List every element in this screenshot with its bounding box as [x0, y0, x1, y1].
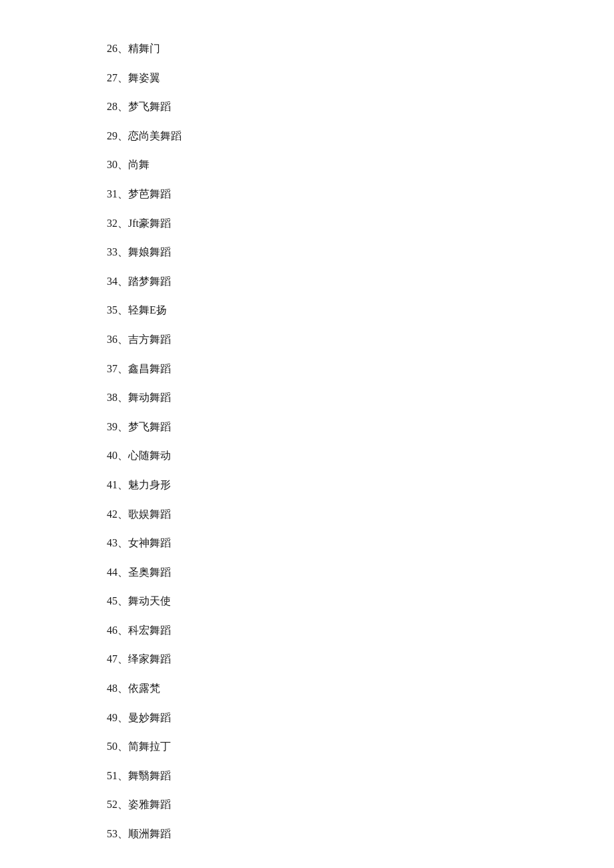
- item-name: 恋尚美舞蹈: [128, 130, 182, 141]
- item-number: 47、: [107, 653, 128, 665]
- list-container: 26、精舞门27、舞姿翼28、梦飞舞蹈29、恋尚美舞蹈30、尚舞31、梦芭舞蹈3…: [0, 0, 614, 868]
- item-number: 48、: [107, 683, 128, 694]
- item-number: 30、: [107, 159, 128, 170]
- list-item: 47、绎家舞蹈: [107, 650, 614, 668]
- item-name: 踏梦舞蹈: [128, 276, 171, 287]
- list-item: 50、简舞拉丁: [107, 738, 614, 755]
- list-item: 34、踏梦舞蹈: [107, 273, 614, 290]
- item-number: 29、: [107, 130, 128, 141]
- item-name: 绎家舞蹈: [128, 653, 171, 665]
- list-item: 45、舞动天使: [107, 592, 614, 610]
- item-number: 41、: [107, 479, 128, 490]
- list-item: 36、吉方舞蹈: [107, 331, 614, 348]
- list-item: 49、曼妙舞蹈: [107, 709, 614, 727]
- list-item: 53、顺洲舞蹈: [107, 825, 614, 843]
- item-number: 51、: [107, 770, 128, 781]
- list-item: 32、Jft豪舞蹈: [107, 215, 614, 232]
- item-name: 顺洲舞蹈: [128, 828, 171, 839]
- item-number: 33、: [107, 246, 128, 258]
- item-number: 28、: [107, 101, 128, 112]
- item-number: 44、: [107, 566, 128, 578]
- item-name: 鑫昌舞蹈: [128, 363, 171, 374]
- item-name: 歌娱舞蹈: [128, 508, 171, 520]
- item-number: 53、: [107, 828, 128, 839]
- item-name: 依露梵: [128, 683, 160, 694]
- item-name: 梦芭舞蹈: [128, 188, 171, 199]
- list-item: 27、舞姿翼: [107, 69, 614, 87]
- item-name: 精舞门: [128, 43, 160, 54]
- item-number: 52、: [107, 799, 128, 810]
- list-item: 29、恋尚美舞蹈: [107, 127, 614, 145]
- item-name: 轻舞E扬: [128, 304, 167, 316]
- item-number: 35、: [107, 304, 128, 316]
- item-number: 32、: [107, 218, 128, 229]
- item-number: 37、: [107, 363, 128, 374]
- list-item: 30、尚舞: [107, 156, 614, 173]
- item-number: 27、: [107, 72, 128, 83]
- item-name: 梦飞舞蹈: [128, 421, 171, 432]
- list-item: 51、舞翳舞蹈: [107, 767, 614, 785]
- list-item: 41、魅力身形: [107, 476, 614, 494]
- item-number: 49、: [107, 712, 128, 723]
- item-number: 45、: [107, 595, 128, 606]
- item-name: 魅力身形: [128, 479, 171, 490]
- item-number: 26、: [107, 43, 128, 54]
- item-name: 曼妙舞蹈: [128, 712, 171, 723]
- item-name: 科宏舞蹈: [128, 624, 171, 636]
- item-number: 42、: [107, 508, 128, 520]
- item-name: 舞娘舞蹈: [128, 246, 171, 258]
- item-number: 31、: [107, 188, 128, 199]
- list-item: 33、舞娘舞蹈: [107, 244, 614, 261]
- item-name: 吉方舞蹈: [128, 334, 171, 345]
- list-item: 35、轻舞E扬: [107, 302, 614, 319]
- list-item: 48、依露梵: [107, 680, 614, 697]
- item-name: 舞动舞蹈: [128, 392, 171, 403]
- item-name: 尚舞: [128, 159, 149, 170]
- list-item: 39、梦飞舞蹈: [107, 418, 614, 436]
- list-item: 43、女神舞蹈: [107, 534, 614, 552]
- item-number: 39、: [107, 421, 128, 432]
- item-name: 姿雅舞蹈: [128, 799, 171, 810]
- item-name: 心随舞动: [128, 450, 171, 461]
- item-name: 舞姿翼: [128, 72, 160, 83]
- item-name: 舞翳舞蹈: [128, 770, 171, 781]
- list-item: 28、梦飞舞蹈: [107, 98, 614, 115]
- list-item: 44、圣奥舞蹈: [107, 564, 614, 581]
- list-item: 26、精舞门: [107, 40, 614, 57]
- item-name: Jft豪舞蹈: [128, 218, 171, 229]
- item-number: 43、: [107, 537, 128, 548]
- list-item: 31、梦芭舞蹈: [107, 185, 614, 203]
- item-number: 50、: [107, 741, 128, 752]
- list-item: 46、科宏舞蹈: [107, 622, 614, 639]
- item-number: 38、: [107, 392, 128, 403]
- item-number: 36、: [107, 334, 128, 345]
- item-name: 梦飞舞蹈: [128, 101, 171, 112]
- list-item: 40、心随舞动: [107, 447, 614, 464]
- item-name: 圣奥舞蹈: [128, 566, 171, 578]
- item-number: 40、: [107, 450, 128, 461]
- item-name: 简舞拉丁: [128, 741, 171, 752]
- item-number: 46、: [107, 624, 128, 636]
- list-item: 37、鑫昌舞蹈: [107, 360, 614, 378]
- item-name: 舞动天使: [128, 595, 171, 606]
- list-item: 38、舞动舞蹈: [107, 389, 614, 406]
- list-item: 42、歌娱舞蹈: [107, 506, 614, 523]
- item-number: 34、: [107, 276, 128, 287]
- item-name: 女神舞蹈: [128, 537, 171, 548]
- list-item: 52、姿雅舞蹈: [107, 796, 614, 813]
